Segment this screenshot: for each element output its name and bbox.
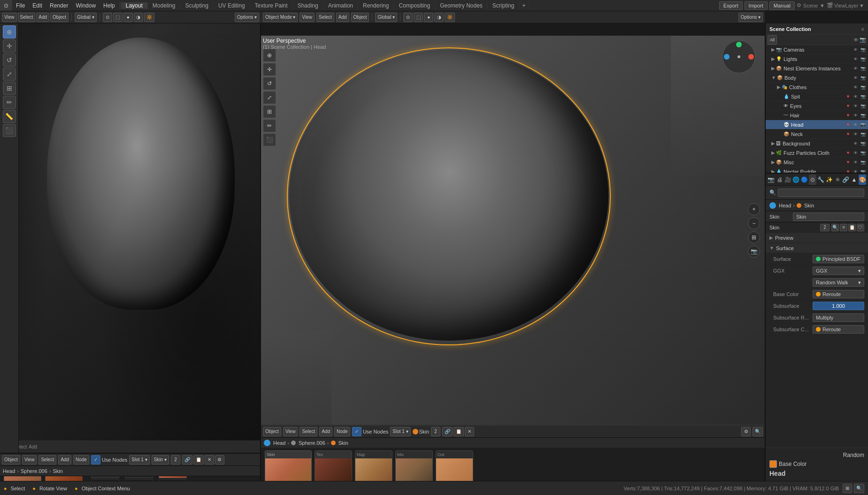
cn-node-5[interactable]: Out [436,450,473,481]
preview-section-header[interactable]: ▶ Preview [766,233,868,243]
misc-eye-btn[interactable]: 👁 [852,159,859,166]
eyes-eye-btn[interactable]: 👁 [852,103,859,109]
zoom-fit-btn[interactable]: ⊞ [748,231,760,244]
hair-eye-btn[interactable]: 👁 [852,112,859,119]
tab-sculpting[interactable]: Sculpting [181,2,214,9]
center-viewport[interactable]: User Perspective (1) Scene Collection | … [261,23,765,481]
base-color-value[interactable]: Reroute [813,290,864,298]
tab-compositing[interactable]: Compositing [394,2,435,9]
annotate-tool[interactable]: ✏ [3,96,16,109]
menu-render[interactable]: Render [46,0,72,11]
neck-eye-btn[interactable]: 👁 [852,131,859,137]
bg-render-btn[interactable]: 📷 [860,140,866,147]
gizmo-sphere[interactable] [722,40,755,73]
center-options-btn[interactable]: Options ▾ [738,13,763,22]
cameras-eye-btn[interactable]: 👁 [852,46,859,53]
node-skin-btn[interactable]: Skin ▾ [152,455,169,465]
cn-node-1[interactable]: Skin [265,450,312,481]
cn-view-btn[interactable]: View [283,427,298,436]
coll-hair[interactable]: 〰 Hair 🔻 👁 📷 [766,111,868,120]
coll-eyes[interactable]: 👁 Eyes 🔻 👁 📷 [766,101,868,111]
tab-shading[interactable]: Shading [293,2,323,9]
slot-copy-btn[interactable]: 📋 [848,224,856,231]
props-search-input[interactable] [778,189,864,197]
cn-node-2[interactable]: Tex [315,450,352,481]
cn-copy-btn[interactable]: 📋 [453,427,464,436]
head-eye-btn[interactable]: 👁 [852,122,859,128]
cn-node-btn[interactable]: Node [334,427,350,436]
center-overlay-btn[interactable]: ⊙ [403,13,413,22]
scene-selector[interactable]: ▼ [820,3,825,8]
coll-lights[interactable]: ▶ 💡 Lights 👁 📷 [766,54,868,64]
nectar-render-btn[interactable]: 📷 [860,168,866,174]
cursor-mode-btn[interactable]: ⊕ [263,49,276,62]
scale-tool[interactable]: ⤢ [3,68,16,81]
measure-tool[interactable]: 📏 [3,110,16,123]
coll-cameras[interactable]: ▶ 📷 Cameras 👁 📷 [766,45,868,54]
export-button[interactable]: Export [719,1,743,10]
cn-node-4[interactable]: Mix [395,450,433,481]
filter-all-btn[interactable]: All [768,35,777,45]
menu-window[interactable]: Window [72,0,100,11]
eyes-vis-icon[interactable]: 🔻 [845,103,851,109]
coll-body[interactable]: ▼ 📦 Body 👁 📷 [766,73,868,83]
tab-layout[interactable]: Layout [121,2,148,9]
center-global-btn[interactable]: Global ▾ [375,13,397,22]
render-filter-icon[interactable]: 📷 [860,37,866,43]
coll-nectar[interactable]: ▶ 💧 Nectar Puddle 🔻 👁 📷 [766,167,868,174]
menu-file[interactable]: File [12,0,29,11]
coll-neck[interactable]: 📦 Neck 🔻 👁 📷 [766,129,868,139]
spit-eye-btn[interactable]: 👁 [852,93,859,100]
node-card-5[interactable] [125,476,153,478]
fuzz-render-btn[interactable]: 📷 [860,150,866,156]
coll-clothes[interactable]: ▶ 🎭 Clothes 👁 📷 [766,83,868,92]
cn-obj-btn[interactable]: Object [263,427,281,436]
bg-eye-btn[interactable]: 👁 [852,140,859,147]
cn-settings-btn[interactable]: ⚙ [741,427,751,436]
props-tab-world[interactable]: 🔵 [801,175,808,185]
node-card-7[interactable] [159,476,187,478]
hair-render-btn[interactable]: 📷 [860,112,866,119]
tab-texture-paint[interactable]: Texture Paint [250,2,293,9]
slot-fake-btn[interactable]: 🛡 [857,224,864,231]
node-node-btn[interactable]: Node [73,455,89,465]
menu-help[interactable]: Help [100,0,119,11]
spit-vis-icon[interactable]: 🔻 [845,93,851,100]
center-add-btn[interactable]: Add [336,13,349,22]
props-tab-data[interactable]: ▲ [851,175,858,185]
center-select-btn[interactable]: Select [316,13,334,22]
transform-tool[interactable]: ⊞ [3,82,16,95]
misc-render-btn[interactable]: 📷 [860,159,866,166]
tab-uv-editing[interactable]: UV Editing [214,2,250,9]
cn-close-btn[interactable]: ✕ [465,427,474,436]
cn-link-btn[interactable]: 🔗 [442,427,453,436]
hair-vis-icon[interactable]: 🔻 [845,112,851,119]
nectar-eye-btn[interactable]: 👁 [852,168,859,174]
node-editor-canvas[interactable]: Head › Sphere.006 › Skin Skin Node [0,466,260,481]
fuzz-eye-btn[interactable]: 👁 [852,150,859,156]
use-nodes-checkbox[interactable]: ✓ [91,455,100,465]
view-menu-btn[interactable]: View [2,13,17,22]
props-tab-render[interactable]: 📷 [768,175,775,185]
menu-edit[interactable]: Edit [29,0,46,11]
transform-mode-btn[interactable]: ⊞ [263,105,276,118]
center-view-btn[interactable]: View [300,13,315,22]
body-render-btn[interactable]: 📷 [860,75,866,81]
center-xray-btn[interactable]: ⬚ [414,13,423,22]
lights-eye-btn[interactable]: 👁 [852,56,859,62]
material-btn[interactable]: ◑ [134,13,143,22]
node-card-2[interactable]: Node [45,476,83,481]
node-link-btn[interactable]: 🔗 [182,455,192,465]
cn-search-btn[interactable]: 🔍 [753,427,763,436]
cube-mode-btn[interactable]: ⬛ [263,133,276,146]
center-render-btn[interactable]: 🔆 [445,13,455,22]
subsurface-input[interactable]: 1.000 [813,302,864,310]
nest-render-btn[interactable]: 📷 [860,65,866,72]
coll-fuzz[interactable]: ▶ 🌿 Fuzz Particles Cloth 🔻 👁 📷 [766,148,868,158]
tab-animation[interactable]: Animation [323,2,358,9]
neck-vis-icon[interactable]: 🔻 [845,131,851,137]
status-search-btn[interactable]: 🔍 [854,484,864,493]
eye-filter-icon[interactable]: 👁 [853,37,859,43]
cursor-tool[interactable]: ⊕ [3,25,16,38]
render-btn[interactable]: 🔆 [144,13,154,22]
